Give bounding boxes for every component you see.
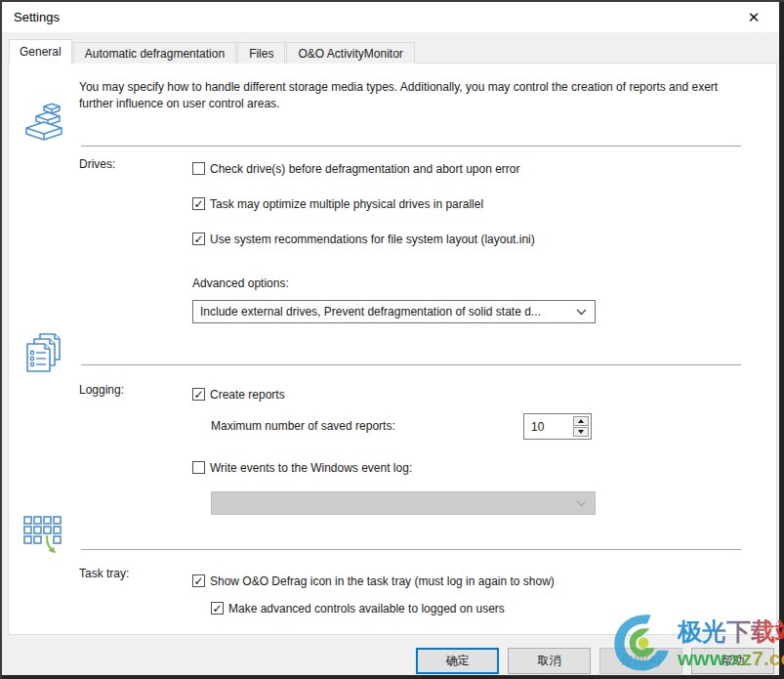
- checkbox-create-reports[interactable]: ✓ Create reports: [192, 388, 285, 402]
- window-title: Settings: [14, 10, 60, 24]
- task-tray-grid-icon: [22, 515, 67, 560]
- checkbox-box: ✓: [192, 574, 205, 587]
- ok-button[interactable]: 确定: [416, 648, 499, 674]
- separator-drives: [81, 146, 741, 147]
- checkbox-box: ✓: [192, 461, 205, 474]
- logging-reports-icon: [22, 331, 63, 376]
- dropdown-value: Include external drives, Prevent defragm…: [200, 305, 541, 318]
- close-icon[interactable]: ✕: [734, 2, 773, 32]
- spinner-up-button[interactable]: [573, 416, 589, 426]
- checkbox-box: ✓: [211, 602, 224, 615]
- tab-general[interactable]: General: [9, 39, 72, 64]
- checkbox-label: Show O&O Defrag icon in the task tray (m…: [210, 574, 555, 588]
- check-icon: ✓: [193, 576, 203, 586]
- event-log-dropdown-disabled: [211, 491, 596, 515]
- drives-stairs-icon: [24, 101, 63, 146]
- checkbox-label: Write events to the Windows event log:: [210, 461, 412, 475]
- settings-dialog: Settings ✕ General Automatic defragmenta…: [0, 0, 784, 679]
- checkbox-parallel-optimize[interactable]: ✓ Task may optimize multiple physical dr…: [192, 197, 483, 211]
- checkbox-write-events[interactable]: ✓ Write events to the Windows event log:: [192, 461, 412, 475]
- help-button[interactable]: 帮助: [691, 648, 774, 674]
- checkbox-box: ✓: [192, 233, 205, 245]
- separator-task-tray: [81, 549, 741, 550]
- apply-button: 应用(A): [599, 648, 682, 674]
- checkbox-box: ✓: [192, 388, 205, 401]
- check-icon: ✓: [193, 390, 203, 400]
- tab-oo-activitymonitor[interactable]: O&O ActivityMonitor: [286, 42, 414, 64]
- checkbox-box: ✓: [192, 197, 205, 210]
- general-tab-page: You may specify how to handle different …: [8, 63, 777, 635]
- check-icon: ✓: [212, 604, 222, 614]
- checkbox-check-drives[interactable]: ✓ Check drive(s) before defragmentation …: [192, 162, 520, 176]
- tab-strip: General Automatic defragmentation Files …: [9, 39, 416, 64]
- task-tray-section-label: Task tray:: [79, 567, 129, 580]
- checkbox-advanced-controls[interactable]: ✓ Make advanced controls available to lo…: [211, 602, 505, 615]
- checkbox-box: ✓: [192, 162, 205, 175]
- title-bar: Settings ✕: [2, 2, 779, 32]
- cancel-button[interactable]: 取消: [508, 648, 591, 674]
- checkbox-label: Use system recommendations for file syst…: [210, 233, 535, 246]
- spinner-down-button[interactable]: [573, 427, 589, 437]
- checkbox-label: Make advanced controls available to logg…: [228, 602, 505, 615]
- max-reports-spinner[interactable]: 10: [523, 413, 592, 440]
- spinner-value: 10: [531, 420, 544, 434]
- advanced-options-dropdown[interactable]: Include external drives, Prevent defragm…: [192, 300, 596, 323]
- checkbox-label: Create reports: [210, 388, 285, 402]
- checkbox-label: Task may optimize multiple physical driv…: [210, 197, 483, 211]
- checkbox-label: Check drive(s) before defragmentation an…: [210, 162, 520, 176]
- chevron-down-icon: [576, 500, 587, 507]
- arrow-down-icon: [578, 430, 584, 434]
- drives-section-label: Drives:: [79, 157, 115, 171]
- checkbox-show-tray-icon[interactable]: ✓ Show O&O Defrag icon in the task tray …: [192, 574, 555, 588]
- advanced-options-label: Advanced options:: [192, 276, 289, 290]
- checkbox-layout-ini[interactable]: ✓ Use system recommendations for file sy…: [192, 233, 535, 246]
- logging-section-label: Logging:: [79, 383, 124, 397]
- arrow-up-icon: [578, 419, 584, 423]
- check-icon: ✓: [193, 234, 203, 244]
- page-description: You may specify how to handle different …: [79, 79, 745, 112]
- tab-automatic-defragmentation[interactable]: Automatic defragmentation: [73, 42, 236, 64]
- tab-files[interactable]: Files: [237, 42, 285, 64]
- chevron-down-icon: [576, 309, 587, 316]
- separator-logging: [81, 364, 741, 365]
- check-icon: ✓: [193, 199, 203, 209]
- max-reports-label: Maximum number of saved reports:: [211, 419, 395, 433]
